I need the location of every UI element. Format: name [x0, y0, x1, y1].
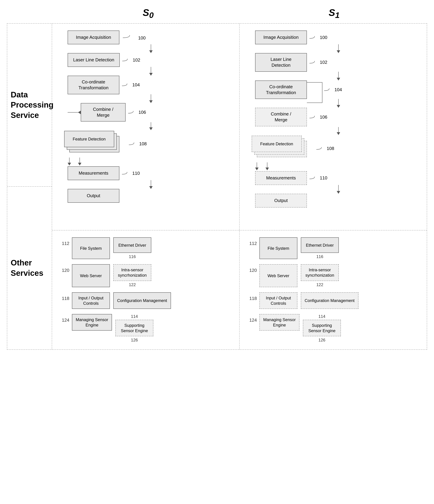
s0-feature-ref: 108: [139, 141, 147, 146]
s0-io-controls-box: Input / Output Controls: [72, 292, 110, 309]
s1-column: Image Acquisition 100: [240, 24, 427, 349]
s1-srv-ref118: 118: [245, 292, 257, 301]
s1-services-layout: 112 File System Ethernet Driver 116: [245, 237, 422, 342]
s0-combine-curve: [128, 110, 139, 115]
s0-config-mgmt-box: Configuration Management: [113, 292, 171, 309]
s0-srv-ref112: 112: [57, 237, 69, 246]
s1-feature-box-1: Feature Detection: [252, 136, 302, 152]
s1-srv-boxes1: File System Ethernet Driver 116: [259, 237, 339, 259]
s0-srv-boxes3: Input / Output Controls Configuration Ma…: [72, 292, 171, 309]
s1-srv-ref124: 124: [245, 314, 257, 323]
s0-srv-ref118: 118: [57, 292, 69, 301]
s0-feature-box-1: Feature Detection: [64, 131, 114, 147]
s1-managing-sensor-box: Managing Sensor Engine: [259, 314, 299, 331]
s1-meas-curve: [309, 176, 320, 180]
s1-coord-curve: [324, 88, 334, 92]
s1-data-processing: Image Acquisition 100: [240, 24, 427, 230]
s0-combine-ref: 106: [139, 110, 146, 115]
s0-file-system-box: File System: [72, 237, 110, 259]
s1-web-server-box: Web Server: [259, 264, 297, 287]
s1-ethernet-group: Ethernet Driver 116: [301, 237, 339, 259]
s1-intra-group: Intra-sensor syncrhonization 122: [301, 264, 339, 287]
s0-ethernet-group: Ethernet Driver 116: [113, 237, 151, 259]
s0-column: Image Acquisition 100: [52, 24, 240, 349]
s0-coord-ref: 104: [132, 82, 140, 88]
s1-srv-row3: 118 Input / Output Controls Configuratio…: [245, 292, 422, 309]
s1-combine-ref: 106: [320, 115, 327, 120]
s0-supporting-sensor-box: Supporting Sensor Engine: [115, 320, 153, 336]
s1-supporting-sensor-box: Supporting Sensor Engine: [303, 320, 341, 336]
s0-srv-ref120: 120: [57, 264, 69, 273]
s1-combine-curve: [309, 115, 320, 119]
s1-ref122: 122: [316, 282, 323, 287]
columns-container: Image Acquisition 100: [52, 24, 427, 349]
s0-laser-ref: 102: [133, 57, 140, 63]
s0-ref126: 126: [131, 338, 138, 342]
s1-intra-sensor-box: Intra-sensor syncrhonization: [301, 264, 339, 281]
s1-meas-ref: 110: [320, 175, 327, 181]
s0-srv-boxes4: Managing Sensor Engine 114 Supporting Se…: [72, 314, 153, 342]
other-services-label-container: OtherServices: [7, 187, 52, 349]
s1-ethernet-box: Ethernet Driver: [301, 237, 339, 253]
s1-ref126: 126: [318, 338, 325, 342]
s0-services-layout: 112 File System Ethernet Driver 116: [57, 237, 234, 342]
s0-ref122: 122: [129, 282, 136, 287]
s0-srv-boxes2: Web Server Intra-sensor syncrhonization …: [72, 264, 151, 287]
s1-header: S1: [241, 7, 427, 22]
s1-laser-ref: 102: [320, 60, 327, 65]
s0-srv-row2: 120 Web Server Intra-sensor syncrhonizat…: [57, 264, 234, 287]
s1-io-controls-box: Input / Output Controls: [259, 292, 297, 309]
s0-other-services: 112 File System Ethernet Driver 116: [52, 230, 239, 349]
s0-laser-curve: [122, 58, 133, 62]
data-processing-label: DataProcessingService: [11, 90, 54, 120]
s1-ref116: 116: [316, 254, 323, 259]
s1-file-system-box: File System: [259, 237, 297, 259]
s0-supporting-group: 114 Supporting Sensor Engine 126: [115, 314, 153, 342]
data-processing-label-container: DataProcessingService: [7, 24, 52, 187]
page-container: S0 S1 DataProcessingService OtherService…: [7, 7, 427, 350]
s0-ia-ref-curve: [123, 34, 137, 39]
s1-laser-box: Laser Line Detection: [255, 53, 307, 72]
s0-coord-curve: [122, 83, 132, 87]
s0-intra-sensor-box: Intra-sensor syncrhonization: [113, 264, 151, 281]
s1-feature-curve: [316, 146, 327, 151]
s1-coord-ref: 104: [334, 87, 342, 92]
s0-laser-box: Laser Line Detection: [68, 53, 120, 67]
s1-srv-ref112: 112: [245, 237, 257, 246]
s0-ia-ref: 100: [138, 35, 146, 41]
s0-meas-ref: 110: [132, 171, 140, 176]
s1-srv-boxes2: Web Server Intra-sensor syncrhonization …: [259, 264, 339, 287]
s0-ref114: 114: [131, 314, 138, 319]
s1-image-acquisition-box: Image Acquisition: [255, 30, 307, 44]
s0-data-processing: Image Acquisition 100: [52, 24, 239, 230]
s1-ref114: 114: [318, 314, 325, 319]
s0-srv-ref124: 124: [57, 314, 69, 323]
s0-ref116: 116: [129, 254, 136, 259]
s0-srv-row3: 118 Input / Output Controls Configuratio…: [57, 292, 234, 309]
s0-web-server-box: Web Server: [72, 264, 110, 287]
s0-intra-group: Intra-sensor syncrhonization 122: [113, 264, 151, 287]
s0-image-acquisition-box: Image Acquisition: [68, 30, 119, 44]
other-services-label: OtherServices: [11, 258, 43, 278]
s1-feature-ref: 108: [327, 146, 334, 151]
s1-other-services: 112 File System Ethernet Driver 116: [240, 230, 427, 349]
s0-srv-row4: 124 Managing Sensor Engine 114 Supportin…: [57, 314, 234, 342]
s1-measurements-box: Measurements: [255, 171, 307, 185]
s0-measurements-box: Measurements: [68, 166, 119, 180]
s1-srv-row4: 124 Managing Sensor Engine 114 Supportin…: [245, 314, 422, 342]
s1-laser-curve: [309, 60, 320, 64]
s1-supporting-group: 114 Supporting Sensor Engine 126: [303, 314, 341, 342]
s0-managing-sensor-box: Managing Sensor Engine: [72, 314, 112, 331]
s1-srv-boxes3: Input / Output Controls Configuration Ma…: [259, 292, 359, 309]
s0-meas-curve: [122, 171, 132, 175]
s1-ia-ref: 100: [320, 35, 327, 40]
s0-feature-curve: [129, 142, 139, 146]
s0-srv-row1: 112 File System Ethernet Driver 116: [57, 237, 234, 259]
s0-combine-box: Combine / Merge: [81, 103, 126, 122]
s1-srv-boxes4: Managing Sensor Engine 114 Supporting Se…: [259, 314, 341, 342]
s0-coord-box: Co-ordinate Transformation: [68, 76, 119, 94]
left-sidebar: DataProcessingService OtherServices: [7, 24, 52, 349]
s1-combine-box: Combine / Merge: [255, 108, 307, 126]
s1-config-mgmt-box: Configuration Management: [301, 292, 359, 309]
s1-srv-ref120: 120: [245, 264, 257, 273]
